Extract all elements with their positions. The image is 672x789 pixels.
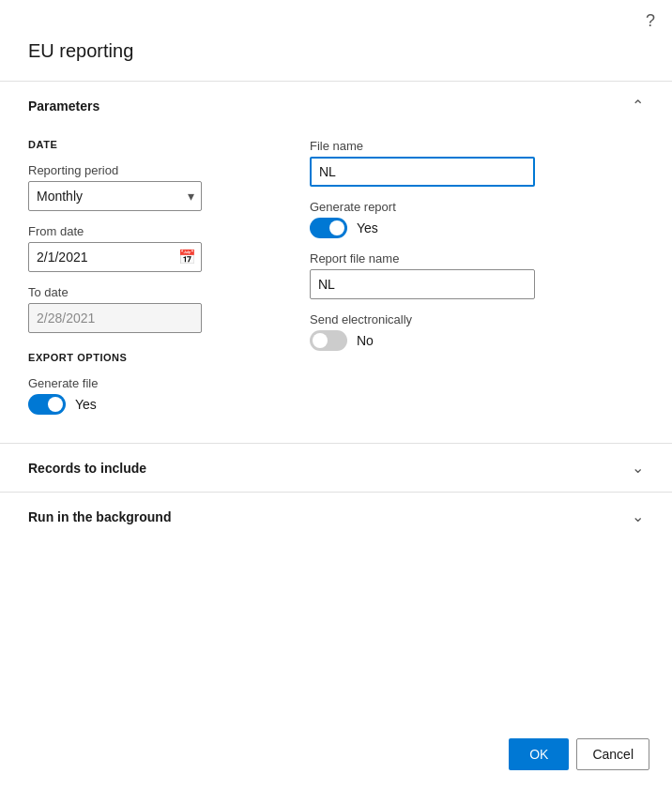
records-chevron-icon: ⌄ — [632, 459, 644, 477]
report-file-name-label: Report file name — [310, 251, 644, 266]
generate-file-label: Generate file — [28, 376, 272, 390]
background-section: Run in the background ⌄ — [0, 492, 672, 540]
send-electronically-label: Send electronically — [310, 312, 644, 326]
ok-button[interactable]: OK — [509, 738, 569, 770]
file-name-input[interactable] — [310, 157, 535, 187]
parameters-content: DATE Reporting period Monthly From date … — [0, 129, 672, 443]
generate-file-row: Yes — [28, 394, 272, 415]
file-col: File name Generate report Yes Report fil… — [310, 139, 644, 415]
from-date-label: From date — [28, 224, 272, 238]
reporting-period-wrapper[interactable]: Monthly — [28, 181, 202, 211]
export-options-label: EXPORT OPTIONS — [28, 352, 272, 363]
to-date-label: To date — [28, 285, 272, 299]
background-title: Run in the background — [28, 509, 171, 524]
send-electronically-row: No — [310, 330, 644, 351]
parameters-two-col: DATE Reporting period Monthly From date … — [28, 139, 644, 415]
generate-report-value: Yes — [357, 220, 378, 235]
send-electronically-value: No — [357, 333, 374, 348]
send-electronically-toggle[interactable] — [310, 330, 347, 351]
parameters-section: Parameters ⌃ DATE Reporting period Month… — [0, 81, 672, 443]
footer-buttons: OK Cancel — [509, 738, 649, 770]
parameters-title: Parameters — [28, 99, 99, 114]
to-date-wrapper — [28, 303, 202, 333]
parameters-chevron-icon: ⌃ — [632, 97, 644, 114]
help-icon[interactable]: ? — [646, 11, 655, 31]
records-section-header[interactable]: Records to include ⌄ — [0, 444, 672, 492]
cancel-button[interactable]: Cancel — [576, 738, 649, 770]
generate-file-toggle[interactable] — [28, 394, 66, 415]
generate-report-row: Yes — [310, 218, 644, 238]
from-date-input[interactable] — [28, 242, 202, 272]
generate-file-value: Yes — [75, 397, 97, 412]
date-col: DATE Reporting period Monthly From date … — [28, 139, 272, 415]
background-chevron-icon: ⌄ — [632, 508, 644, 525]
reporting-period-label: Reporting period — [28, 163, 272, 177]
reporting-period-select[interactable]: Monthly — [28, 181, 202, 211]
file-name-label: File name — [310, 139, 644, 153]
background-section-header[interactable]: Run in the background ⌄ — [0, 493, 672, 540]
to-date-input — [28, 303, 202, 333]
top-bar: ? — [0, 0, 672, 31]
parameters-section-header[interactable]: Parameters ⌃ — [0, 82, 672, 129]
generate-report-toggle[interactable] — [310, 218, 347, 238]
records-title: Records to include — [28, 461, 146, 476]
records-section: Records to include ⌄ — [0, 443, 672, 492]
from-date-wrapper: 📅 — [28, 242, 202, 272]
page-title: EU reporting — [0, 31, 672, 81]
report-file-name-input[interactable] — [310, 269, 535, 299]
generate-report-field-label: Generate report — [310, 200, 644, 214]
date-label: DATE — [28, 139, 272, 150]
